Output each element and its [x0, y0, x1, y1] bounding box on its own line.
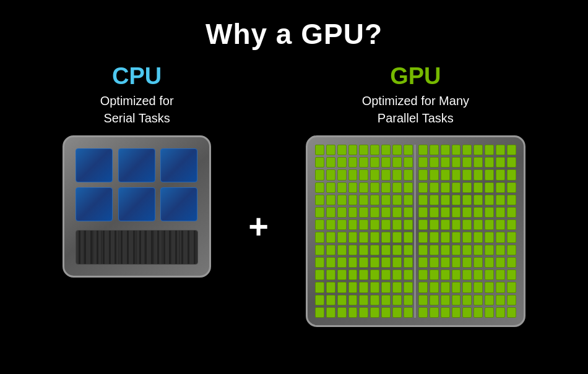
gpu-core: [348, 195, 358, 205]
page-title: Why a GPU?: [205, 17, 383, 51]
gpu-core: [473, 282, 483, 292]
gpu-core: [507, 257, 516, 268]
gpu-core: [370, 195, 379, 205]
gpu-core: [392, 169, 402, 180]
gpu-core: [507, 245, 516, 255]
gpu-core: [441, 270, 450, 280]
gpu-core: [430, 195, 439, 205]
gpu-core: [404, 307, 413, 318]
gpu-core: [404, 232, 413, 242]
gpu-core: [462, 295, 472, 305]
gpu-core: [462, 207, 472, 218]
gpu-core: [507, 219, 516, 230]
gpu-core: [452, 245, 461, 255]
gpu-core: [496, 182, 505, 193]
cpu-core-2: [118, 148, 155, 182]
gpu-core: [418, 195, 428, 205]
gpu-core: [348, 219, 358, 230]
gpu-core: [473, 157, 483, 168]
gpu-core: [462, 307, 472, 318]
gpu-core: [392, 295, 402, 305]
gpu-core: [441, 295, 450, 305]
gpu-core: [315, 307, 324, 318]
gpu-core: [452, 307, 461, 318]
gpu-core: [370, 207, 379, 218]
gpu-core: [462, 219, 472, 230]
gpu-core: [404, 145, 413, 155]
gpu-core: [337, 270, 347, 280]
gpu-core: [507, 182, 516, 193]
gpu-core: [418, 169, 428, 180]
gpu-core: [326, 307, 335, 318]
gpu-core: [404, 207, 413, 218]
gpu-core: [496, 169, 505, 180]
gpu-core: [326, 257, 335, 268]
gpu-core: [452, 295, 461, 305]
gpu-core: [473, 270, 483, 280]
gpu-core: [326, 157, 335, 168]
gpu-core: [326, 195, 335, 205]
gpu-core: [359, 195, 368, 205]
gpu-core: [326, 282, 335, 292]
gpu-core: [370, 169, 379, 180]
gpu-core: [430, 145, 439, 155]
gpu-core: [315, 195, 324, 205]
gpu-core: [392, 270, 402, 280]
gpu-core: [326, 169, 335, 180]
gpu-core: [359, 157, 368, 168]
gpu-core: [337, 245, 347, 255]
plus-symbol: +: [248, 206, 269, 246]
cpu-chip-diagram: [63, 135, 211, 278]
gpu-core: [441, 282, 450, 292]
gpu-core: [473, 307, 483, 318]
gpu-core: [359, 257, 368, 268]
cpu-label: CPU: [112, 63, 162, 90]
gpu-core: [359, 219, 368, 230]
gpu-core: [348, 182, 358, 193]
gpu-core: [337, 282, 347, 292]
cpu-core-3: [160, 148, 197, 182]
gpu-core: [452, 145, 461, 155]
gpu-core: [392, 195, 402, 205]
gpu-core: [452, 232, 461, 242]
gpu-core: [337, 182, 347, 193]
cpu-cache: [76, 230, 198, 265]
gpu-core: [359, 169, 368, 180]
gpu-core: [326, 219, 335, 230]
gpu-core: [462, 169, 472, 180]
gpu-core: [485, 195, 494, 205]
gpu-core: [496, 270, 505, 280]
gpu-core: [404, 195, 413, 205]
gpu-core: [392, 182, 402, 193]
gpu-core: [507, 232, 516, 242]
gpu-core: [441, 307, 450, 318]
gpu-core: [315, 282, 324, 292]
gpu-core: [315, 145, 324, 155]
gpu-core: [381, 182, 391, 193]
gpu-core: [441, 245, 450, 255]
gpu-cores-container: [315, 145, 516, 318]
cpu-section: CPU Optimized for Serial Tasks: [63, 63, 211, 278]
gpu-core: [430, 182, 439, 193]
gpu-core: [392, 245, 402, 255]
gpu-core: [326, 295, 335, 305]
gpu-core: [404, 295, 413, 305]
gpu-core: [392, 157, 402, 168]
gpu-core: [452, 207, 461, 218]
gpu-core: [473, 219, 483, 230]
cpu-subtitle: Optimized for Serial Tasks: [100, 92, 174, 127]
gpu-core: [473, 182, 483, 193]
gpu-core: [381, 270, 391, 280]
gpu-core: [496, 295, 505, 305]
gpu-core: [496, 245, 505, 255]
gpu-core: [441, 219, 450, 230]
gpu-core: [496, 257, 505, 268]
gpu-core: [381, 195, 391, 205]
gpu-core: [337, 207, 347, 218]
cpu-core-1: [76, 148, 113, 182]
gpu-section-right: [418, 145, 516, 318]
gpu-core: [462, 145, 472, 155]
gpu-core: [473, 232, 483, 242]
gpu-core: [452, 195, 461, 205]
gpu-core: [370, 182, 379, 193]
